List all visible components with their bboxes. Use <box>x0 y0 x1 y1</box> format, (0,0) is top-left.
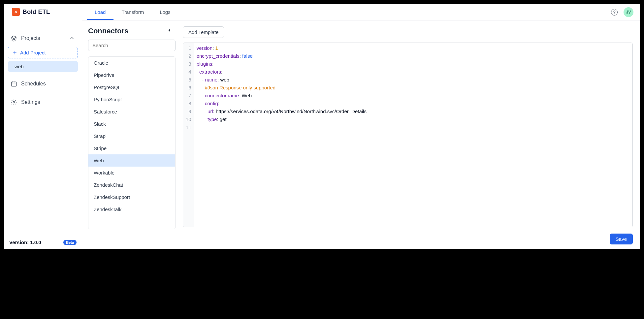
nav-settings-label: Settings <box>21 99 40 105</box>
connector-item-web[interactable]: Web <box>88 154 175 167</box>
tab-logs[interactable]: Logs <box>152 5 178 20</box>
tab-load[interactable]: Load <box>87 5 113 20</box>
connector-item-oracle[interactable]: Oracle <box>88 57 175 69</box>
gear-icon <box>11 99 17 106</box>
connector-list[interactable]: OraclePipedrivePostgreSQLPythonScriptSal… <box>88 56 176 229</box>
tab-transform[interactable]: Transform <box>113 5 152 20</box>
connector-item-pythonscript[interactable]: PythonScript <box>88 93 175 106</box>
connector-item-stripe[interactable]: Stripe <box>88 142 175 154</box>
chevron-left-icon <box>167 28 172 33</box>
connector-item-slack[interactable]: Slack <box>88 118 175 130</box>
nav-settings[interactable]: Settings <box>8 96 78 109</box>
connector-item-workable[interactable]: Workable <box>88 167 175 179</box>
nav-schedules[interactable]: Schedules <box>8 77 78 90</box>
nav-schedules-label: Schedules <box>21 81 46 87</box>
connector-item-zendesksupport[interactable]: ZendeskSupport <box>88 191 175 203</box>
line-gutter: 1234567891011 <box>183 43 194 227</box>
svg-rect-0 <box>12 82 16 86</box>
connector-item-postgresql[interactable]: PostgreSQL <box>88 81 175 93</box>
chevron-up-icon <box>69 35 75 42</box>
help-icon[interactable]: ? <box>611 9 618 16</box>
topbar: Load Transform Logs ? JV <box>82 4 640 20</box>
brand-name: Bold ETL <box>22 8 50 16</box>
layers-icon <box>11 35 17 42</box>
calendar-icon <box>11 80 17 87</box>
connector-item-strapi[interactable]: Strapi <box>88 130 175 142</box>
nav-projects-label: Projects <box>21 35 65 41</box>
project-item-web[interactable]: web <box>8 61 78 72</box>
connector-item-pipedrive[interactable]: Pipedrive <box>88 69 175 81</box>
tabs: Load Transform Logs <box>87 5 178 20</box>
collapse-panel-button[interactable] <box>166 26 174 36</box>
code-editor[interactable]: 1234567891011 version: 1 encrypt_credent… <box>183 43 633 227</box>
connector-item-zendeskchat[interactable]: ZendeskChat <box>88 179 175 191</box>
sidebar: Bold ETL Projects Add Project web Schedu… <box>4 4 82 249</box>
editor-panel: Add Template 1234567891011 version: 1 en… <box>176 20 640 249</box>
connectors-title: Connectors <box>88 27 128 35</box>
add-project-label: Add Project <box>20 50 46 55</box>
version-label: Version: 1.0.0 <box>9 239 41 245</box>
beta-badge: Beta <box>63 240 77 245</box>
nav-projects-header[interactable]: Projects <box>8 32 78 44</box>
avatar[interactable]: JV <box>624 7 633 17</box>
plus-icon <box>12 50 17 55</box>
add-template-button[interactable]: Add Template <box>183 26 224 38</box>
brand: Bold ETL <box>4 4 82 20</box>
svg-point-1 <box>13 102 15 103</box>
search-input[interactable] <box>88 40 176 51</box>
brand-logo-icon <box>12 8 20 16</box>
connector-item-salesforce[interactable]: Salesforce <box>88 106 175 118</box>
code-content[interactable]: version: 1 encrypt_credentials: false pl… <box>194 43 632 227</box>
add-project-button[interactable]: Add Project <box>8 47 78 58</box>
connectors-panel: Connectors OraclePipedrivePostgreSQLPyth… <box>82 20 176 249</box>
connector-item-zendesktalk[interactable]: ZendeskTalk <box>88 203 175 215</box>
save-button[interactable]: Save <box>610 234 633 244</box>
